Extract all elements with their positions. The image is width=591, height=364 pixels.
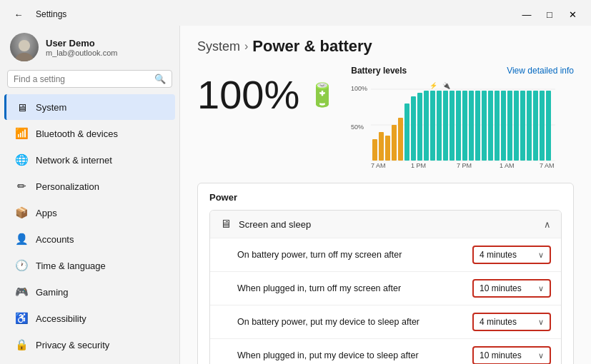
sidebar-item-accessibility[interactable]: ♿ Accessibility bbox=[4, 305, 175, 331]
main-container: User Demo m_lab@outlook.com 🔍 🖥 System 📶… bbox=[0, 26, 591, 364]
setting-row-battery-sleep: On battery power, put my device to sleep… bbox=[210, 305, 561, 338]
sidebar-item-personalization[interactable]: ✏ Personalization bbox=[4, 173, 175, 199]
bluetooth-icon: 📶 bbox=[14, 126, 29, 141]
svg-text:⚡: ⚡ bbox=[429, 81, 438, 90]
chart-section: Battery levels View detailed info 100% 5… bbox=[351, 66, 574, 171]
dropdown-battery-screen[interactable]: 4 minutes ∨ bbox=[472, 246, 551, 264]
setting-label-plugged-sleep: When plugged in, put my device to sleep … bbox=[237, 350, 419, 360]
sidebar-item-network[interactable]: 🌐 Network & internet bbox=[4, 147, 175, 173]
close-button[interactable]: ✕ bbox=[562, 6, 582, 22]
monitor-icon: 🖥 bbox=[220, 218, 232, 231]
svg-rect-31 bbox=[527, 91, 532, 161]
personalization-label: Personalization bbox=[36, 181, 99, 192]
search-input[interactable] bbox=[14, 74, 150, 84]
battery-chart: 100% 50% ⚡ 🔌 bbox=[351, 79, 558, 171]
setting-row-plugged-screen: When plugged in, turn off my screen afte… bbox=[210, 271, 561, 305]
svg-rect-9 bbox=[385, 136, 390, 161]
dropdown-value-battery-sleep: 4 minutes bbox=[480, 317, 517, 327]
sidebar-item-gaming[interactable]: 🎮 Gaming bbox=[4, 279, 175, 305]
accessibility-label: Accessibility bbox=[36, 313, 86, 324]
svg-rect-11 bbox=[398, 118, 403, 161]
svg-text:100%: 100% bbox=[351, 85, 367, 92]
svg-rect-33 bbox=[540, 91, 545, 161]
svg-text:7 AM: 7 AM bbox=[371, 162, 386, 169]
svg-rect-21 bbox=[462, 91, 467, 161]
user-email: m_lab@outlook.com bbox=[46, 49, 117, 57]
chevron-down-icon: ∨ bbox=[538, 351, 544, 360]
user-section[interactable]: User Demo m_lab@outlook.com bbox=[0, 26, 179, 70]
svg-rect-22 bbox=[469, 91, 474, 161]
setting-label-plugged-screen: When plugged in, turn off my screen afte… bbox=[237, 283, 401, 293]
setting-label-battery-screen: On battery power, turn off my screen aft… bbox=[237, 250, 402, 260]
chevron-down-icon: ∨ bbox=[538, 318, 544, 327]
svg-rect-23 bbox=[475, 91, 480, 161]
chevron-up-icon: ∧ bbox=[544, 219, 551, 230]
accounts-label: Accounts bbox=[36, 234, 74, 245]
svg-rect-26 bbox=[495, 91, 500, 161]
svg-rect-19 bbox=[450, 91, 455, 161]
dropdown-value-battery-screen: 4 minutes bbox=[480, 250, 517, 260]
power-title: Power bbox=[209, 192, 562, 203]
svg-rect-12 bbox=[404, 103, 409, 161]
screen-sleep-header[interactable]: 🖥 Screen and sleep ∧ bbox=[210, 211, 561, 238]
apps-icon: 📦 bbox=[14, 206, 29, 220]
svg-rect-29 bbox=[514, 91, 519, 161]
dropdown-plugged-screen[interactable]: 10 minutes ∨ bbox=[472, 279, 551, 298]
search-box[interactable]: 🔍 bbox=[7, 70, 172, 88]
dropdown-plugged-sleep[interactable]: 10 minutes ∨ bbox=[472, 346, 551, 364]
maximize-button[interactable]: □ bbox=[540, 6, 560, 22]
sidebar-item-time[interactable]: 🕐 Time & language bbox=[4, 253, 175, 278]
svg-text:1 AM: 1 AM bbox=[500, 162, 515, 169]
privacy-icon: 🔒 bbox=[14, 338, 29, 352]
time-label: Time & language bbox=[36, 261, 106, 271]
battery-percent-value: 100% bbox=[197, 71, 299, 118]
svg-rect-7 bbox=[372, 139, 377, 161]
sidebar-item-privacy[interactable]: 🔒 Privacy & security bbox=[4, 332, 175, 358]
view-detailed-link[interactable]: View detailed info bbox=[507, 66, 574, 76]
svg-rect-34 bbox=[546, 91, 551, 161]
gaming-label: Gaming bbox=[36, 287, 69, 298]
svg-text:1 PM: 1 PM bbox=[411, 162, 426, 169]
svg-rect-24 bbox=[482, 91, 487, 161]
system-icon: 🖥 bbox=[14, 100, 29, 114]
setting-rows: On battery power, turn off my screen aft… bbox=[210, 238, 561, 364]
svg-rect-20 bbox=[456, 91, 461, 161]
apps-label: Apps bbox=[36, 208, 57, 218]
window-controls: — □ ✕ bbox=[517, 6, 582, 22]
title-bar: ← Settings — □ ✕ bbox=[0, 0, 591, 26]
svg-rect-30 bbox=[520, 91, 525, 161]
svg-rect-18 bbox=[443, 91, 448, 161]
breadcrumb-parent: System bbox=[197, 39, 240, 54]
sidebar-item-bluetooth[interactable]: 📶 Bluetooth & devices bbox=[4, 121, 175, 146]
screen-sleep-panel: 🖥 Screen and sleep ∧ On battery power, t… bbox=[209, 210, 562, 364]
svg-rect-25 bbox=[488, 91, 493, 161]
svg-rect-28 bbox=[507, 91, 512, 161]
svg-text:7 AM: 7 AM bbox=[540, 162, 555, 169]
gaming-icon: 🎮 bbox=[14, 285, 29, 299]
dropdown-value-plugged-sleep: 10 minutes bbox=[480, 350, 522, 360]
dropdown-battery-sleep[interactable]: 4 minutes ∨ bbox=[472, 313, 551, 331]
personalization-icon: ✏ bbox=[14, 179, 29, 193]
bluetooth-label: Bluetooth & devices bbox=[36, 128, 118, 139]
chevron-down-icon: ∨ bbox=[538, 251, 544, 260]
svg-rect-32 bbox=[533, 91, 538, 161]
battery-icon: 🔋 bbox=[308, 81, 337, 108]
sidebar-item-accounts[interactable]: 👤 Accounts bbox=[4, 226, 175, 252]
svg-text:7 PM: 7 PM bbox=[457, 162, 472, 169]
title-bar-left: ← Settings bbox=[9, 6, 66, 22]
chart-container: 100% 50% ⚡ 🔌 bbox=[351, 79, 558, 171]
sidebar-item-apps[interactable]: 📦 Apps bbox=[4, 200, 175, 226]
user-info: User Demo m_lab@outlook.com bbox=[46, 38, 117, 57]
breadcrumb: System › Power & battery bbox=[197, 37, 574, 56]
setting-row-battery-screen: On battery power, turn off my screen aft… bbox=[210, 238, 561, 271]
screen-sleep-label: Screen and sleep bbox=[239, 219, 311, 230]
chevron-down-icon: ∨ bbox=[538, 284, 544, 293]
main-row: 100% 🔋 Battery levels View detailed info… bbox=[197, 66, 574, 171]
setting-row-plugged-sleep: When plugged in, put my device to sleep … bbox=[210, 338, 561, 364]
minimize-button[interactable]: — bbox=[517, 6, 537, 22]
svg-text:🔌: 🔌 bbox=[442, 81, 451, 90]
sidebar-item-system[interactable]: 🖥 System bbox=[4, 94, 175, 120]
back-button[interactable]: ← bbox=[9, 6, 29, 22]
dropdown-value-plugged-screen: 10 minutes bbox=[480, 283, 522, 293]
nav-list: 🖥 System 📶 Bluetooth & devices 🌐 Network… bbox=[0, 93, 179, 358]
